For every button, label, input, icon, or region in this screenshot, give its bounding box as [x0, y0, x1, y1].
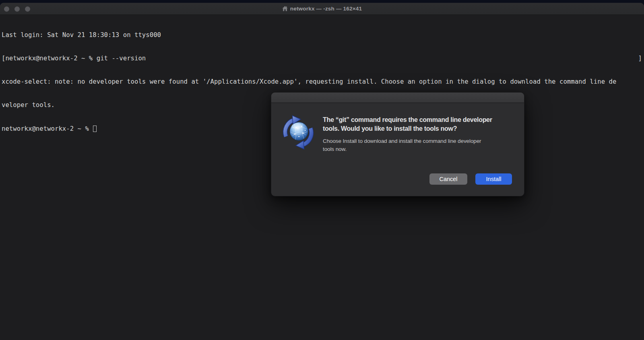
zoom-button[interactable] — [25, 6, 30, 12]
dialog-text-block: The “git” command requires the command l… — [323, 115, 512, 173]
dialog-heading: The “git” command requires the command l… — [323, 115, 505, 133]
home-folder-icon — [282, 6, 288, 11]
terminal-line: [networkx@networkx-2 ~ % git --version] — [2, 55, 644, 62]
terminal-titlebar[interactable]: networkx — -zsh — 162×41 — [0, 3, 644, 15]
dialog-titlebar[interactable] — [271, 93, 524, 103]
terminal-line: Last login: Sat Nov 21 18:30:13 on ttys0… — [2, 31, 644, 39]
window-title-group: networkx — -zsh — 162×41 — [282, 6, 362, 12]
close-button[interactable] — [4, 6, 9, 12]
terminal-line: xcode-select: note: no developer tools w… — [2, 78, 644, 86]
install-developer-tools-dialog: The “git” command requires the command l… — [271, 92, 524, 196]
window-title: networkx — -zsh — 162×41 — [290, 6, 362, 12]
desktop: networkx — -zsh — 162×41 Last login: Sat… — [0, 0, 644, 340]
cancel-button[interactable]: Cancel — [429, 173, 467, 185]
dialog-content: The “git” command requires the command l… — [271, 103, 524, 173]
software-update-icon — [281, 115, 316, 150]
traffic-lights — [4, 3, 30, 15]
minimize-button[interactable] — [14, 6, 20, 12]
command-mark-bracket: ] — [638, 55, 642, 62]
install-button[interactable]: Install — [475, 173, 512, 185]
dialog-button-row: Cancel Install — [271, 173, 524, 196]
dialog-body-text: Choose Install to download and install t… — [323, 137, 493, 153]
terminal-cursor — [93, 126, 97, 132]
